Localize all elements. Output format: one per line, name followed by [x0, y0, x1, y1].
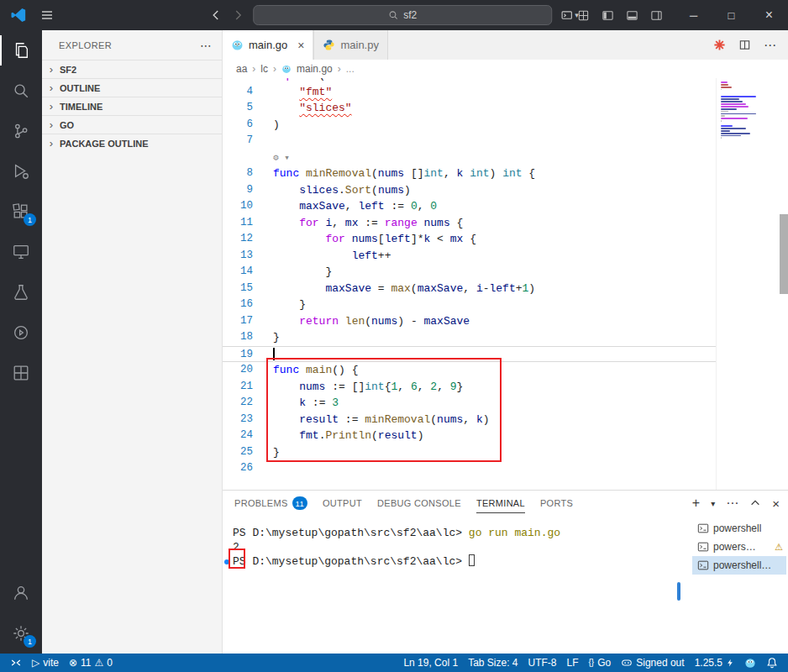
tab-main-py[interactable]: main.py	[313, 30, 388, 60]
panel-tab-problems[interactable]: PROBLEMS11	[234, 491, 307, 516]
code-line[interactable]: 9 slices.Sort(nums)	[223, 182, 716, 199]
code-line[interactable]: 18}	[223, 329, 716, 346]
status-indentation[interactable]: Tab Size: 4	[463, 654, 523, 672]
code-line[interactable]: 5 "slices"	[223, 100, 716, 117]
close-window-icon[interactable]: ×	[750, 0, 788, 30]
panel-more-actions-icon[interactable]: ⋯	[726, 496, 738, 511]
editor-scrollbar[interactable]	[780, 214, 788, 294]
line-number[interactable]: 6	[223, 117, 253, 134]
code-line[interactable]: 20func main() {	[223, 362, 716, 379]
command-decoration-icon[interactable]	[224, 559, 229, 564]
line-number[interactable]: 8	[223, 165, 253, 182]
status-task-vite[interactable]: ▷ vite	[27, 654, 64, 672]
line-number[interactable]: 9	[223, 182, 253, 199]
line-number[interactable]: 5	[223, 100, 253, 117]
code-line[interactable]: 23 result := minRemoval(nums, k)	[223, 412, 716, 428]
line-number[interactable]: 22	[223, 395, 253, 412]
toggle-panel-icon[interactable]	[626, 9, 638, 22]
toggle-sidebar-icon[interactable]	[602, 9, 614, 22]
code-line[interactable]: 17 return len(nums) - maxSave	[223, 313, 716, 330]
panel-tab-output[interactable]: OUTPUT	[323, 491, 362, 516]
sidebar-section-timeline[interactable]: ›TIMELINE	[42, 97, 222, 115]
line-number[interactable]	[223, 150, 253, 166]
line-number[interactable]: 19	[223, 347, 253, 362]
line-number[interactable]: 16	[223, 297, 253, 313]
forward-icon[interactable]	[231, 8, 244, 22]
code-line[interactable]: 14 }	[223, 264, 716, 281]
code-line[interactable]: 7	[223, 133, 716, 150]
breadcrumb-folder[interactable]: lc	[260, 63, 268, 75]
code-line[interactable]: 22 k := 3	[223, 395, 716, 412]
close-tab-icon[interactable]: ×	[297, 39, 304, 52]
editor-layout-icon[interactable]	[577, 9, 590, 22]
sidebar-section-go[interactable]: ›GO	[42, 115, 222, 134]
code-line[interactable]: 19	[223, 346, 716, 363]
code-line[interactable]: 4 "fmt"	[223, 84, 716, 101]
status-eol[interactable]: LF	[562, 654, 584, 672]
activity-explorer-icon[interactable]	[0, 30, 42, 71]
editor-more-actions-icon[interactable]: ⋯	[764, 38, 776, 53]
explorer-more-icon[interactable]: ⋯	[200, 39, 212, 52]
activity-search-icon[interactable]	[0, 71, 42, 111]
sidebar-section-sf2[interactable]: ›SF2	[42, 60, 222, 78]
panel-tab-debug-console[interactable]: DEBUG CONSOLE	[377, 491, 461, 516]
line-number[interactable]: 13	[223, 248, 253, 265]
tab-main-go[interactable]: main.go ×	[223, 30, 313, 60]
line-number[interactable]: 25	[223, 444, 253, 461]
code-line[interactable]: 10 maxSave, left := 0, 0	[223, 198, 716, 215]
code-line[interactable]: 16 }	[223, 297, 716, 313]
codelens-row[interactable]: ⚙ ▾	[223, 150, 716, 166]
status-problems[interactable]: ⊗ 11 ⚠ 0	[64, 654, 118, 672]
activity-settings-icon[interactable]: 1	[0, 613, 42, 654]
maximize-panel-icon[interactable]	[749, 497, 761, 509]
status-notifications[interactable]	[761, 654, 783, 672]
line-number[interactable]: 20	[223, 362, 253, 379]
code-line[interactable]: 25}	[223, 444, 716, 461]
activity-remote-explorer-icon[interactable]	[0, 232, 42, 272]
sidebar-section-outline[interactable]: ›OUTLINE	[42, 78, 222, 97]
line-number[interactable]: 24	[223, 428, 253, 444]
activity-run-debug-icon[interactable]	[0, 151, 42, 192]
maximize-icon[interactable]: □	[712, 0, 750, 30]
line-number[interactable]: 11	[223, 215, 253, 232]
terminal-tab[interactable]: powershell…	[692, 556, 786, 575]
line-number[interactable]: 26	[223, 460, 253, 477]
status-gopher[interactable]	[739, 654, 761, 672]
line-number[interactable]: 4	[223, 84, 253, 101]
close-panel-icon[interactable]: ×	[772, 496, 780, 511]
status-cursor-position[interactable]: Ln 19, Col 1	[398, 654, 463, 672]
terminal-scrollbar[interactable]	[677, 582, 680, 601]
code-line[interactable]: 26	[223, 460, 716, 477]
code-line[interactable]: 13 left++	[223, 248, 716, 265]
menu-icon[interactable]	[40, 8, 54, 22]
new-terminal-icon[interactable]: +	[692, 496, 700, 511]
terminal-tab[interactable]: powershell	[692, 519, 786, 538]
split-editor-icon[interactable]	[738, 39, 751, 51]
line-number[interactable]: 14	[223, 264, 253, 281]
terminal-profile-chevron-icon[interactable]: ▾	[711, 499, 715, 508]
run-code-icon[interactable]	[713, 39, 726, 51]
line-number[interactable]: 10	[223, 198, 253, 215]
line-number[interactable]: 21	[223, 379, 253, 396]
sidebar-section-package-outline[interactable]: ›PACKAGE OUTLINE	[42, 134, 222, 152]
code-line[interactable]: 8func minRemoval(nums []int, k int) int …	[223, 165, 716, 182]
activity-containers-icon[interactable]	[0, 353, 42, 393]
minimap[interactable]	[716, 78, 780, 490]
terminal-tab[interactable]: powers…⚠	[692, 538, 786, 556]
codelens-gear-icon[interactable]: ⚙ ▾	[273, 153, 290, 163]
minimize-icon[interactable]: ─	[675, 0, 712, 30]
status-language[interactable]: {} Go	[584, 654, 617, 672]
code-editor[interactable]: 3import (4 "fmt"5 "slices"6)7⚙ ▾8func mi…	[223, 78, 788, 490]
line-number[interactable]: 15	[223, 281, 253, 297]
line-number[interactable]: 17	[223, 313, 253, 330]
breadcrumb-folder[interactable]: aa	[236, 63, 247, 75]
status-go-version[interactable]: 1.25.5	[690, 654, 739, 672]
terminal[interactable]: PS D:\mysetup\gopath\src\sf2\aa\lc> go r…	[223, 516, 788, 654]
remote-indicator[interactable]	[5, 654, 27, 672]
command-center-search[interactable]: sf2	[253, 5, 552, 25]
status-encoding[interactable]: UTF-8	[523, 654, 562, 672]
code-line[interactable]: 12 for nums[left]*k < mx {	[223, 231, 716, 248]
code-line[interactable]: 21 nums := []int{1, 6, 2, 9}	[223, 379, 716, 396]
activity-extensions-icon[interactable]: 1	[0, 192, 42, 232]
code-line[interactable]: 6)	[223, 117, 716, 134]
